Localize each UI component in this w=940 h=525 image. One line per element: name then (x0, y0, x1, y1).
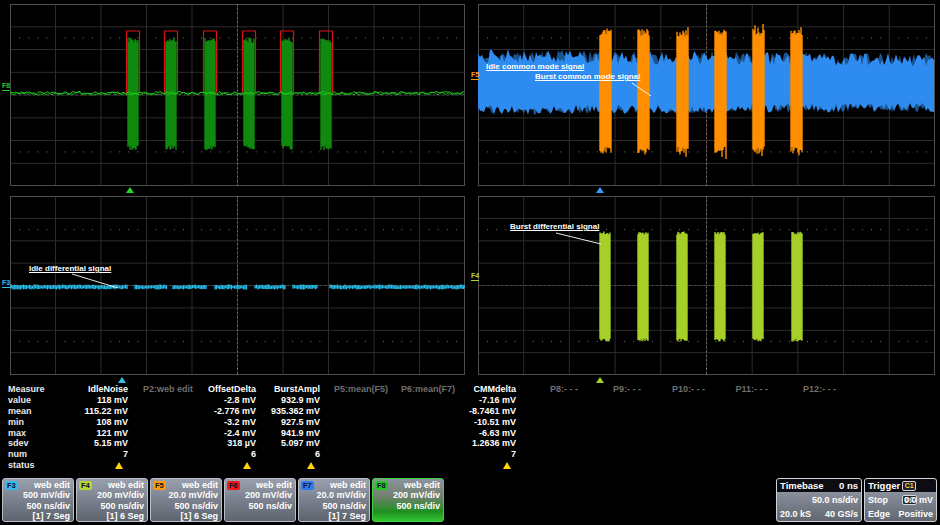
measure-cell (130, 428, 195, 439)
measure-column-header[interactable]: P10:- - - (643, 384, 707, 395)
measure-cell: 118 mV (64, 395, 130, 406)
trace-descriptor-line: 500 ns/div (227, 501, 292, 511)
measure-cell (643, 406, 707, 417)
trace-badge-f3: F3 (5, 481, 18, 490)
trigger-slope: Positive (898, 507, 933, 521)
trace-descriptor-line: 500 ns/div (153, 501, 218, 511)
measure-cell (707, 428, 770, 439)
timebase-samples: 20.0 kS (780, 507, 811, 521)
trace-badge-f6: F6 (227, 481, 240, 490)
measure-column-header[interactable]: P8:- - - (518, 384, 580, 395)
measure-column-header[interactable]: P5:mean(F5) (322, 384, 390, 395)
trace-descriptor-mode: web edit (256, 480, 292, 490)
trace-descriptor-line: 500 ns/div (375, 501, 440, 511)
measure-cell (770, 449, 838, 460)
trace-descriptor-line: 20.0 mV/div (153, 490, 218, 500)
measure-cell: 932.9 mV (258, 395, 322, 406)
waveform-grid-bl (10, 196, 465, 375)
measure-column-header[interactable]: P6:mean(F7) (390, 384, 457, 395)
warning-status-icon (503, 462, 511, 469)
measure-cell: 6 (195, 449, 258, 460)
trace-descriptor-f6[interactable]: F6web edit200 mV/div500 ns/div (224, 478, 296, 522)
measure-cell (258, 460, 322, 471)
trace-descriptor-f8[interactable]: F8web edit200 mV/div500 ns/div (372, 478, 444, 522)
measure-cell: -2.4 mV (195, 428, 258, 439)
timebase-rate: 40 GS/s (825, 507, 858, 521)
trace-descriptor-line: 500 ns/div (5, 501, 70, 511)
measure-cell (580, 406, 643, 417)
measure-cell (130, 417, 195, 428)
trigger-marker[interactable] (596, 377, 604, 383)
measure-cell (770, 406, 838, 417)
measure-column-header[interactable]: OffsetDelta (195, 384, 258, 395)
measure-column-header[interactable]: CMMdelta (457, 384, 518, 395)
measure-cell (580, 428, 643, 439)
measure-cell (643, 417, 707, 428)
trigger-box[interactable]: Trigger C1DC Stop 0.0 mV Edge Positive (864, 478, 937, 522)
trace-descriptor-f7[interactable]: F7web edit20.0 mV/div500 ns/div[1] 7 Seg (298, 478, 370, 522)
measure-cell (130, 395, 195, 406)
measure-row-label: min (0, 417, 64, 428)
measure-cell (770, 395, 838, 406)
measure-cell (580, 417, 643, 428)
measure-cell (580, 395, 643, 406)
warning-status-icon (243, 462, 251, 469)
measure-table: MeasureIdleNoiseP2:web editOffsetDeltaBu… (0, 384, 838, 471)
measure-column-header[interactable]: P2:web edit (130, 384, 195, 395)
trace-badge-f7: F7 (301, 481, 314, 490)
measure-cell: -3.2 mV (195, 417, 258, 428)
trigger-marker[interactable] (596, 187, 604, 193)
measure-cell (707, 406, 770, 417)
measure-cell (390, 438, 457, 449)
measure-cell: 318 µV (195, 438, 258, 449)
trace-badge-f8: F8 (375, 481, 388, 490)
measure-cell (390, 406, 457, 417)
measure-cell (322, 460, 390, 471)
measure-cell: -7.16 mV (457, 395, 518, 406)
measure-column-header[interactable]: BurstAmpl (258, 384, 322, 395)
trigger-type: Edge (868, 507, 890, 521)
warning-status-icon (307, 462, 315, 469)
waveform-grid-tl (10, 4, 465, 186)
trace-descriptor-line: 500 mV/div (5, 490, 70, 500)
measure-cell (195, 460, 258, 471)
measure-cell (707, 417, 770, 428)
measure-cell: -8.7461 mV (457, 406, 518, 417)
measure-cell (770, 438, 838, 449)
trace-descriptor-mode: web edit (330, 480, 366, 490)
measure-cell (707, 438, 770, 449)
measure-cell (130, 406, 195, 417)
trace-descriptor-f5[interactable]: F5web edit20.0 mV/div500 ns/div[1] 6 Seg (150, 478, 222, 522)
trace-descriptor-f4[interactable]: F4web edit200 mV/div500 ns/div[1] 6 Seg (76, 478, 148, 522)
timebase-delay: 0 ns (839, 479, 858, 493)
measure-column-header[interactable]: P9:- - - (580, 384, 643, 395)
measure-column-header[interactable]: P11:- - - (707, 384, 770, 395)
trace-descriptor-line: [1] 7 Seg (301, 511, 366, 521)
measure-cell (580, 460, 643, 471)
trigger-title: Trigger (868, 479, 900, 493)
measure-column-header[interactable]: P12:- - - (770, 384, 838, 395)
warning-status-icon (115, 462, 123, 469)
trace-descriptor-line: 200 mV/div (227, 490, 292, 500)
measure-cell (643, 428, 707, 439)
trigger-marker[interactable] (118, 377, 126, 383)
measure-cell (390, 460, 457, 471)
measure-cell (518, 438, 580, 449)
measure-column-header[interactable]: IdleNoise (64, 384, 130, 395)
measure-cell: 6 (258, 449, 322, 460)
measure-cell: -2.8 mV (195, 395, 258, 406)
timebase-box[interactable]: Timebase 0 ns 50.0 ns/div 20.0 kS 40 GS/… (776, 478, 862, 522)
measure-cell: -6.63 mV (457, 428, 518, 439)
measure-cell: 7 (457, 449, 518, 460)
measure-cell (518, 460, 580, 471)
measure-cell (130, 438, 195, 449)
measure-cell (64, 460, 130, 471)
waveform-grid-br (478, 196, 935, 375)
measure-cell (457, 460, 518, 471)
measure-cell (322, 438, 390, 449)
trigger-marker[interactable] (126, 187, 134, 193)
trace-descriptor-line: [1] 6 Seg (153, 511, 218, 521)
trace-descriptor-f3[interactable]: F3web edit500 mV/div500 ns/div[1] 7 Seg (2, 478, 74, 522)
trigger-level: 0.0 mV (904, 493, 933, 507)
measure-cell: 5.15 mV (64, 438, 130, 449)
